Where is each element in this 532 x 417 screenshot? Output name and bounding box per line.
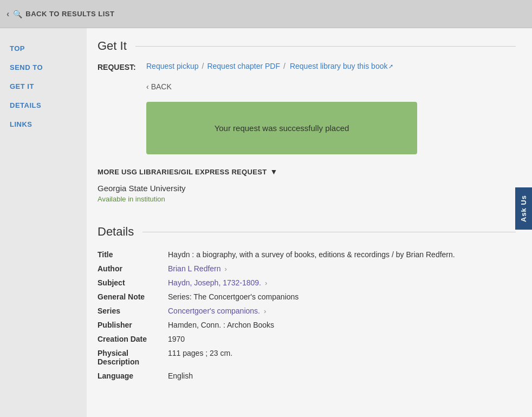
sidebar-item-links[interactable]: LINKS (5, 115, 81, 134)
heading-divider (135, 46, 516, 47)
success-text: Your request was successfully placed (215, 123, 349, 133)
detail-value: Concertgoer's companions. › (168, 304, 516, 318)
sidebar-item-details[interactable]: DETAILS (5, 96, 81, 115)
more-usg-label: MORE USG LIBRARIES/GIL EXPRESS REQUEST (98, 168, 267, 176)
author-link[interactable]: Brian L Redfern › (168, 264, 227, 273)
detail-value: Series: The Concertgoer's companions (168, 290, 516, 304)
request-pickup-link[interactable]: Request pickup (146, 62, 199, 70)
request-chapter-pdf-link[interactable]: Request chapter PDF (207, 62, 280, 70)
detail-value: Haydn, Joseph, 1732-1809. › (168, 276, 516, 290)
subject-link[interactable]: Haydn, Joseph, 1732-1809. › (168, 278, 267, 287)
back-button[interactable]: ‹ BACK (146, 80, 172, 93)
detail-value: Brian L Redfern › (168, 262, 516, 276)
detail-value: 111 pages ; 23 cm. (168, 346, 516, 369)
arrow-icon: › (265, 279, 267, 287)
detail-label: General Note (98, 290, 168, 304)
request-label: REQUEST: (98, 62, 146, 71)
arrow-icon: › (264, 307, 266, 315)
content-area: Get It REQUEST: Request pickup / Request… (87, 28, 532, 417)
sidebar-item-top[interactable]: TOP (5, 39, 81, 58)
institution-name: Georgia State University (98, 184, 516, 193)
table-row: Title Haydn : a biography, with a survey… (98, 247, 516, 262)
back-chevron-icon: ‹ (146, 82, 149, 91)
request-library-buy-link[interactable]: Request library buy this book ➚ (290, 62, 394, 70)
request-library-buy-label: Request library buy this book (290, 62, 388, 70)
table-row: Author Brian L Redfern › (98, 262, 516, 276)
table-row: Subject Haydn, Joseph, 1732-1809. › (98, 276, 516, 290)
detail-value: Hamden, Conn. : Archon Books (168, 318, 516, 332)
detail-value: English (168, 369, 516, 383)
table-row: Physical Description 111 pages ; 23 cm. (98, 346, 516, 369)
table-row: General Note Series: The Concertgoer's c… (98, 290, 516, 304)
back-to-results-link[interactable]: ‹ 🔍 BACK TO RESULTS LIST (7, 9, 114, 19)
table-row: Creation Date 1970 (98, 332, 516, 346)
sidebar-item-send-to[interactable]: SEND TO (5, 58, 81, 77)
details-table: Title Haydn : a biography, with a survey… (98, 247, 516, 383)
detail-value: Haydn : a biography, with a survey of bo… (168, 247, 516, 262)
request-row: REQUEST: Request pickup / Request chapte… (98, 62, 516, 71)
institution-info: Georgia State University Available in in… (98, 184, 516, 203)
get-it-title: Get It (98, 39, 127, 53)
detail-label: Author (98, 262, 168, 276)
more-usg-row[interactable]: MORE USG LIBRARIES/GIL EXPRESS REQUEST ▼ (98, 167, 516, 176)
details-divider (142, 232, 516, 232)
details-heading-row: Details (98, 225, 516, 239)
detail-value: 1970 (168, 332, 516, 346)
language-link[interactable]: English (168, 372, 193, 380)
back-label: BACK TO RESULTS LIST (25, 10, 114, 18)
series-link[interactable]: Concertgoer's companions. › (168, 307, 266, 315)
back-button-label: BACK (151, 82, 172, 91)
table-row: Publisher Hamden, Conn. : Archon Books (98, 318, 516, 332)
sidebar: TOP SEND TO GET IT DETAILS LINKS (0, 28, 87, 417)
arrow-icon: › (224, 265, 226, 273)
success-message-box: Your request was successfully placed (146, 102, 417, 154)
main-layout: TOP SEND TO GET IT DETAILS LINKS Get It … (0, 28, 532, 417)
chevron-down-icon: ▼ (270, 167, 277, 176)
ask-us-button[interactable]: Ask Us (515, 187, 532, 230)
details-title: Details (98, 225, 134, 239)
detail-label: Physical Description (98, 346, 168, 369)
separator-1: / (202, 62, 204, 70)
get-it-heading-row: Get It (98, 39, 516, 53)
external-link-icon: ➚ (388, 63, 393, 70)
table-row: Language English (98, 369, 516, 383)
table-row: Series Concertgoer's companions. › (98, 304, 516, 318)
details-section: Details Title Haydn : a biography, with … (98, 225, 516, 383)
detail-label: Subject (98, 276, 168, 290)
detail-label: Publisher (98, 318, 168, 332)
detail-label: Title (98, 247, 168, 262)
search-icon: 🔍 (13, 10, 23, 18)
top-bar: ‹ 🔍 BACK TO RESULTS LIST (0, 0, 532, 28)
institution-status: Available in institution (98, 195, 516, 203)
detail-label: Series (98, 304, 168, 318)
back-arrow-icon: ‹ (7, 9, 10, 19)
request-links: Request pickup / Request chapter PDF / R… (146, 62, 393, 70)
detail-label: Language (98, 369, 168, 383)
detail-label: Creation Date (98, 332, 168, 346)
sidebar-item-get-it[interactable]: GET IT (5, 77, 81, 96)
separator-2: / (283, 62, 286, 70)
back-btn-row: ‹ BACK (146, 80, 516, 93)
